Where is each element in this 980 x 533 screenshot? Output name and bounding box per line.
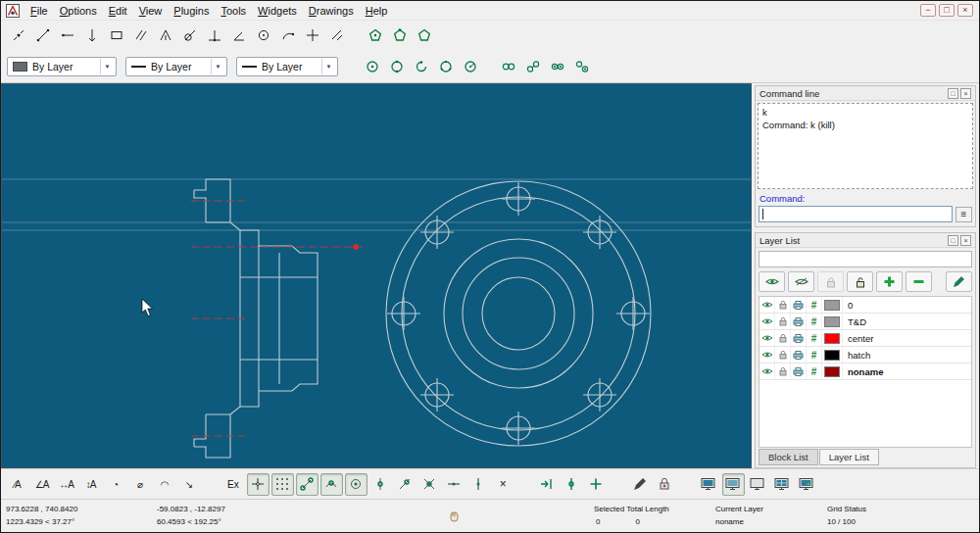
- layer-name[interactable]: center: [843, 333, 971, 344]
- layer-print-icon[interactable]: [793, 300, 804, 310]
- command-input[interactable]: [759, 206, 953, 222]
- layer-print-icon[interactable]: [793, 333, 804, 343]
- command-history[interactable]: k Command: k (kill): [758, 103, 973, 189]
- layer-construction-icon[interactable]: #: [807, 347, 822, 363]
- restore-button[interactable]: □: [939, 4, 955, 17]
- draw-trim-button[interactable]: [325, 24, 348, 47]
- restrict-horizontal-button[interactable]: [443, 473, 466, 496]
- draw-orthogonal-button[interactable]: [203, 24, 225, 47]
- layer-name[interactable]: T&D: [843, 316, 971, 327]
- menu-tools[interactable]: Tools: [215, 4, 252, 18]
- close-button[interactable]: ×: [957, 4, 973, 17]
- layer-row[interactable]: # T&D: [760, 314, 971, 330]
- layer-visible-icon[interactable]: [761, 333, 773, 343]
- layer-lock-icon[interactable]: [778, 350, 788, 360]
- show-all-layers-button[interactable]: [759, 271, 785, 292]
- layer-lock-icon[interactable]: [778, 366, 788, 376]
- draw-point-button[interactable]: [7, 24, 29, 47]
- pen-pick-button[interactable]: [629, 473, 652, 496]
- set-relative-zero-button[interactable]: [536, 473, 559, 496]
- dim-linear-button[interactable]: ∠A: [30, 473, 53, 496]
- layer-visible-icon[interactable]: [761, 300, 773, 310]
- snap-distance-button[interactable]: [394, 473, 416, 496]
- dock-float-icon[interactable]: □: [948, 235, 958, 246]
- snap-exclusive-button[interactable]: Ex: [221, 474, 245, 495]
- pen-linetype-combo[interactable]: By Layer ▼: [236, 57, 338, 76]
- draw-angle-line-button[interactable]: [227, 24, 250, 47]
- screen-2-button[interactable]: [722, 473, 745, 496]
- layer-row-current[interactable]: # noname: [760, 363, 971, 380]
- layer-construction-icon[interactable]: #: [807, 314, 822, 329]
- layer-color-swatch[interactable]: [824, 333, 840, 344]
- layer-color-swatch[interactable]: [824, 350, 840, 361]
- draw-ray-button[interactable]: [56, 24, 78, 47]
- layer-print-icon[interactable]: [793, 366, 804, 376]
- circle-tangent-3-button[interactable]: [546, 55, 568, 77]
- menu-edit[interactable]: Edit: [103, 4, 133, 18]
- layer-row[interactable]: # 0: [760, 297, 971, 314]
- menu-help[interactable]: Help: [360, 4, 394, 18]
- draw-bisector-button[interactable]: [154, 24, 176, 47]
- arc-center-point-button[interactable]: [410, 55, 432, 77]
- draw-vertical-line-button[interactable]: [80, 24, 103, 47]
- pen-lock-button[interactable]: [654, 473, 676, 496]
- circle-concentric-button[interactable]: [497, 55, 519, 77]
- command-options-icon[interactable]: ≡: [956, 207, 972, 222]
- lock-relative-zero-button[interactable]: [561, 473, 583, 496]
- circle-tangent-2-button[interactable]: [521, 55, 544, 77]
- snap-free-button[interactable]: [247, 473, 270, 496]
- dim-leader-button[interactable]: ↘: [177, 473, 200, 496]
- layer-filter-input[interactable]: [759, 251, 972, 267]
- layer-print-icon[interactable]: [793, 350, 804, 360]
- layer-construction-icon[interactable]: #: [807, 330, 822, 346]
- layer-visible-icon[interactable]: [761, 350, 773, 360]
- circle-2-points-button[interactable]: [385, 55, 408, 77]
- layer-name[interactable]: 0: [843, 300, 971, 311]
- layer-lock-icon[interactable]: [778, 300, 788, 310]
- menu-view[interactable]: View: [133, 4, 169, 18]
- draw-rectangle-button[interactable]: [105, 24, 127, 47]
- draw-arc-button[interactable]: [276, 24, 299, 47]
- modify-layer-button[interactable]: [946, 271, 972, 292]
- snap-intersection-button[interactable]: [418, 473, 441, 496]
- layer-row[interactable]: # center: [760, 330, 971, 347]
- layer-color-swatch[interactable]: [824, 300, 840, 311]
- layer-construction-icon[interactable]: #: [807, 297, 822, 313]
- menu-widgets[interactable]: Widgets: [252, 4, 303, 18]
- layer-print-icon[interactable]: [793, 316, 804, 326]
- snap-on-entity-button[interactable]: [320, 473, 343, 496]
- polygon-side-button[interactable]: [413, 24, 435, 47]
- snap-middle-button[interactable]: [369, 473, 392, 496]
- pen-color-combo[interactable]: By Layer ▼: [7, 57, 117, 76]
- draw-tangent-button[interactable]: [178, 24, 201, 47]
- layer-name[interactable]: noname: [843, 366, 971, 377]
- screen-5-button[interactable]: [796, 473, 818, 496]
- restrict-nothing-button[interactable]: ×: [492, 473, 514, 496]
- menu-drawings[interactable]: Drawings: [303, 4, 360, 18]
- add-layer-button[interactable]: [876, 271, 903, 292]
- layer-lock-icon[interactable]: [778, 316, 788, 326]
- circle-inscribed-button[interactable]: [570, 55, 593, 77]
- polygon-center-vertex-button[interactable]: [388, 24, 411, 47]
- screen-3-button[interactable]: [747, 473, 769, 496]
- hide-all-layers-button[interactable]: [788, 271, 814, 292]
- dim-aligned-button[interactable]: ∕A: [6, 473, 28, 496]
- menu-file[interactable]: File: [24, 4, 54, 18]
- menu-options[interactable]: Options: [54, 4, 103, 18]
- layer-lock-icon[interactable]: [778, 333, 788, 343]
- dock-float-icon[interactable]: □: [948, 88, 958, 99]
- dim-vertical-button[interactable]: ↕A: [79, 473, 102, 496]
- draw-circle-button[interactable]: [252, 24, 274, 47]
- draw-line-button[interactable]: [31, 24, 54, 47]
- polygon-center-corner-button[interactable]: [364, 24, 386, 47]
- layer-visible-icon[interactable]: [761, 366, 773, 376]
- update-dimensions-button[interactable]: [585, 473, 608, 496]
- dim-diametric-button[interactable]: ⌀: [128, 473, 151, 496]
- snap-grid-button[interactable]: [271, 473, 294, 496]
- unlock-all-layers-button[interactable]: [847, 271, 873, 292]
- tab-layer-list[interactable]: Layer List: [819, 449, 879, 465]
- dock-close-icon[interactable]: ×: [960, 88, 971, 99]
- layer-visible-icon[interactable]: [761, 316, 773, 326]
- remove-layer-button[interactable]: [906, 271, 932, 292]
- draw-parallel-button[interactable]: [129, 24, 152, 47]
